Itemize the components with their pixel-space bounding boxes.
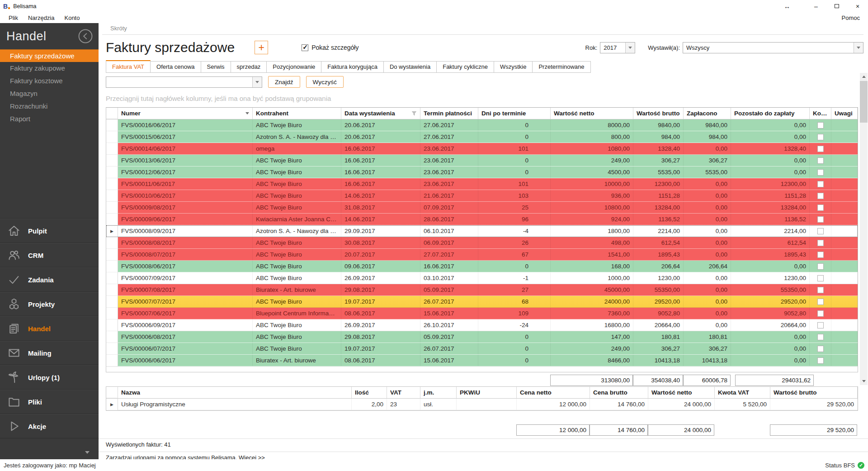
invoice-row[interactable]: FVS/00009/08/2017ABC Twoje Biuro31.08.20… xyxy=(106,202,858,214)
clear-button[interactable]: Wyczyść xyxy=(306,76,344,88)
chevron-down-icon[interactable] xyxy=(252,77,262,87)
sidebar-subitem[interactable]: Rozrachunki xyxy=(0,100,99,113)
scroll-down-icon[interactable] xyxy=(860,377,868,385)
sidebar-item-mailing[interactable]: Mailing xyxy=(0,341,99,365)
column-header-6[interactable]: Wartość netto xyxy=(551,108,633,119)
sidebar-subitem[interactable]: Faktury kosztowe xyxy=(0,75,99,87)
detail-column-header-10[interactable]: Wartość brutto xyxy=(770,387,858,398)
correction-checkbox[interactable] xyxy=(817,146,824,152)
column-header-3[interactable]: Data wystawienia xyxy=(341,108,420,119)
sidebar-subitem[interactable]: Faktury sprzedażowe xyxy=(0,49,99,62)
sidebar-subitem[interactable]: Magazyn xyxy=(0,87,99,100)
invoice-row[interactable]: FVS/00006/08/2017ABC Twoje Biuro29.08.20… xyxy=(106,331,858,343)
invoice-row[interactable]: FVS/00007/07/2017ABC Twoje Biuro19.07.20… xyxy=(106,296,858,308)
sidebar-item-pliki[interactable]: Pliki xyxy=(0,390,99,414)
tab-oferta-cenowa[interactable]: Oferta cenowa xyxy=(150,61,201,73)
correction-checkbox[interactable] xyxy=(817,216,824,223)
invoice-row[interactable]: FVS/00016/06/2017ABC Twoje Biuro20.06.20… xyxy=(106,119,858,131)
menu-item-plik[interactable]: Plik xyxy=(4,14,23,21)
correction-checkbox[interactable] xyxy=(817,299,824,305)
correction-checkbox[interactable] xyxy=(817,181,824,187)
correction-checkbox[interactable] xyxy=(817,357,824,364)
show-details-checkbox[interactable] xyxy=(302,44,308,51)
correction-checkbox[interactable] xyxy=(817,122,824,128)
tab-faktura-vat[interactable]: Faktura VAT xyxy=(106,60,151,73)
sidebar-item-urlopy[interactable]: Urlopy (1) xyxy=(0,365,99,390)
invoice-row[interactable]: FVS/00011/06/2017ABC Twoje Biuro16.06.20… xyxy=(106,178,858,190)
chevron-down-icon[interactable] xyxy=(854,43,863,53)
invoice-row[interactable]: FVS/00006/09/2017ABC Twoje Biuro26.09.20… xyxy=(106,319,858,331)
minimize-button[interactable]: – xyxy=(806,0,826,12)
column-header-8[interactable]: Zapłacono xyxy=(684,108,731,119)
detail-column-header-2[interactable]: Ilość xyxy=(352,387,387,398)
tab-faktury-cykliczne[interactable]: Faktury cykliczne xyxy=(436,61,494,73)
sidebar-item-projekty[interactable]: Projekty xyxy=(0,292,99,316)
invoice-row[interactable]: FVS/00007/08/2017Biuratex - Art. biurowe… xyxy=(106,284,858,296)
year-select[interactable]: 2017 xyxy=(600,42,635,53)
tab-serwis[interactable]: Serwis xyxy=(201,61,231,73)
invoice-item-row[interactable]: ▶Usługi Programistyczne2,0023usł.12 000,… xyxy=(106,399,858,410)
collapse-back-icon[interactable] xyxy=(78,29,93,44)
invoice-row[interactable]: FVS/00008/07/2017ABC Twoje Biuro20.07.20… xyxy=(106,249,858,261)
correction-checkbox[interactable] xyxy=(817,240,824,246)
sidebar-item-pulpit[interactable]: Pulpit xyxy=(0,219,99,243)
column-header-7[interactable]: Wartość brutto xyxy=(633,108,684,119)
menu-item-pomoc[interactable]: Pomoc xyxy=(837,14,864,21)
tab-pozycjonowanie[interactable]: Pozycjonowanie xyxy=(266,61,321,73)
correction-checkbox[interactable] xyxy=(817,287,824,293)
detail-column-header-9[interactable]: Kwota VAT xyxy=(715,387,770,398)
detail-column-header-7[interactable]: Cena brutto xyxy=(590,387,648,398)
chevron-down-icon[interactable] xyxy=(625,43,635,53)
maximize-button[interactable] xyxy=(826,0,847,12)
sidebar-item-zadania[interactable]: Zadania xyxy=(0,267,99,292)
correction-checkbox[interactable] xyxy=(817,157,824,164)
find-button[interactable]: Znajdź xyxy=(268,76,300,88)
column-header-10[interactable]: Kore... xyxy=(810,108,831,119)
correction-checkbox[interactable] xyxy=(817,193,824,199)
correction-checkbox[interactable] xyxy=(817,228,824,234)
correction-checkbox[interactable] xyxy=(817,275,824,281)
invoice-row[interactable]: FVS/00014/06/2017omega16.06.201723.06.20… xyxy=(106,143,858,155)
breadcrumb[interactable]: Skróty xyxy=(102,23,863,35)
resize-icon[interactable]: ↔ xyxy=(777,0,797,12)
detail-column-header-5[interactable]: PKWiU xyxy=(457,387,517,398)
menu-item-konto[interactable]: Konto xyxy=(59,14,85,21)
invoice-row[interactable]: FVS/00015/06/2017Azotron S. A. - Nawozy … xyxy=(106,131,858,143)
invoice-row[interactable]: FVS/00007/09/2017ABC Twoje Biuro26.09.20… xyxy=(106,272,858,284)
invoice-row[interactable]: FVS/00006/07/2017ABC Twoje Biuro19.07.20… xyxy=(106,343,858,355)
add-invoice-button[interactable]: + xyxy=(255,41,268,54)
vertical-scrollbar[interactable] xyxy=(860,73,868,385)
scrollbar-thumb[interactable] xyxy=(860,81,868,123)
invoice-row[interactable]: FVS/00012/06/2017ABC Twoje Biuro16.06.20… xyxy=(106,167,858,178)
column-header-2[interactable]: Kontrahent xyxy=(253,108,341,119)
invoice-row[interactable]: FVS/00006/06/2017Biuratex - Art. biurowe… xyxy=(106,355,858,366)
tab-faktura-koryguj-ca[interactable]: Faktura korygująca xyxy=(321,61,384,73)
invoice-row[interactable]: FVS/00008/08/2017ABC Twoje Biuro30.08.20… xyxy=(106,237,858,249)
search-combobox[interactable] xyxy=(106,76,262,88)
sidebar-subitem[interactable]: Raport xyxy=(0,113,99,125)
scroll-up-icon[interactable] xyxy=(860,73,868,81)
correction-checkbox[interactable] xyxy=(817,205,824,211)
detail-column-header-3[interactable]: VAT xyxy=(387,387,420,398)
column-header-1[interactable]: Numer xyxy=(118,108,253,119)
sidebar-subitem[interactable]: Faktury zakupowe xyxy=(0,62,99,75)
tab-sprzedaz[interactable]: sprzedaz xyxy=(231,61,267,73)
column-header-9[interactable]: Pozostało do zapłaty xyxy=(731,108,810,119)
invoice-row[interactable]: FVS/00013/06/2017ABC Twoje Biuro16.06.20… xyxy=(106,155,858,167)
menu-item-narzędzia[interactable]: Narzędzia xyxy=(23,14,60,21)
detail-column-header-8[interactable]: Wartość netto xyxy=(648,387,715,398)
correction-checkbox[interactable] xyxy=(817,263,824,270)
tab-do-wystawienia[interactable]: Do wystawienia xyxy=(383,61,437,73)
correction-checkbox[interactable] xyxy=(817,310,824,317)
sidebar-item-akcje[interactable]: Akcje xyxy=(0,414,99,438)
invoice-row[interactable]: FVS/00008/06/2017ABC Twoje Biuro09.06.20… xyxy=(106,261,858,272)
invoice-row[interactable]: FVS/00010/06/2017ABC Twoje Biuro14.06.20… xyxy=(106,190,858,202)
correction-checkbox[interactable] xyxy=(817,346,824,352)
tab-przeterminowane[interactable]: Przeterminowane xyxy=(532,61,590,73)
correction-checkbox[interactable] xyxy=(817,252,824,258)
column-header-11[interactable]: Uwagi xyxy=(831,108,858,119)
invoice-row[interactable]: FVS/00009/06/2017Kwiaciarnia Aster Joann… xyxy=(106,214,858,225)
sidebar-item-crm[interactable]: CRM xyxy=(0,243,99,267)
tab-wszystkie[interactable]: Wszystkie xyxy=(494,61,533,73)
correction-checkbox[interactable] xyxy=(817,322,824,328)
